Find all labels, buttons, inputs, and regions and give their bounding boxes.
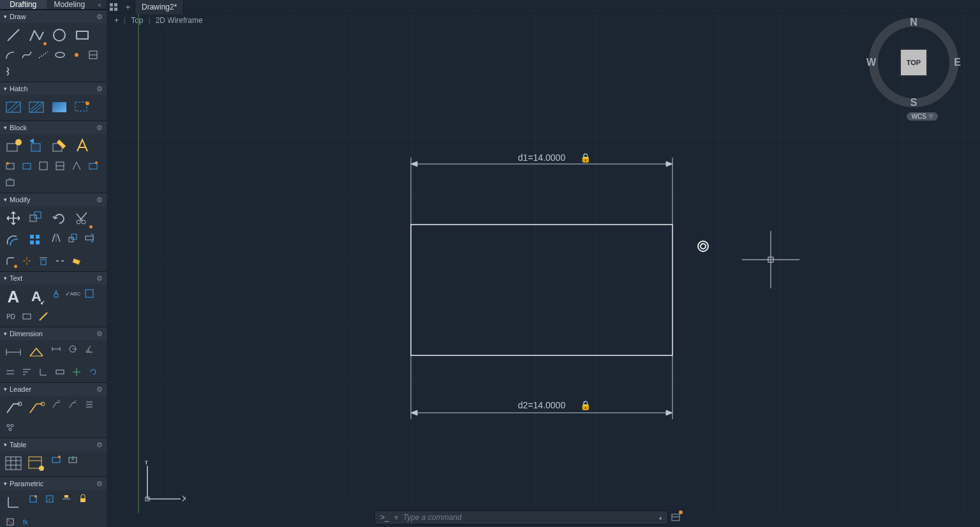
mleader-tool[interactable] <box>3 397 24 419</box>
dim-baseline-tool[interactable] <box>19 364 34 380</box>
dim-center-tool[interactable] <box>69 364 84 380</box>
spline-tool[interactable] <box>19 47 34 63</box>
ucs-icon[interactable]: Y X <box>141 461 186 508</box>
dim-update-tool[interactable] <box>85 364 101 380</box>
text-field-tool[interactable] <box>19 309 34 324</box>
section-header-text[interactable]: ▾Text⚙ <box>0 272 107 285</box>
polyline-tool[interactable] <box>26 24 47 46</box>
explode-tool[interactable] <box>19 253 34 269</box>
align-tool[interactable] <box>36 253 51 269</box>
construction-line-tool[interactable] <box>36 47 51 63</box>
command-line[interactable]: >_ ▾ ▴ <box>375 510 668 524</box>
new-drawing-icon[interactable]: ＋ <box>121 0 135 14</box>
section-header-leader[interactable]: ▾Leader⚙ <box>0 383 107 396</box>
text-check-tool[interactable]: ✓ABC <box>65 286 80 301</box>
block-tool-4[interactable] <box>52 158 68 174</box>
region-tool[interactable] <box>85 47 101 63</box>
dim-radius-tool[interactable] <box>65 341 80 357</box>
array-tool[interactable] <box>26 230 47 252</box>
dim-style-tool[interactable] <box>26 341 47 363</box>
break-tool[interactable] <box>52 253 68 269</box>
gear-icon[interactable]: ⚙ <box>96 85 103 93</box>
rectangle-tool[interactable] <box>71 24 93 46</box>
dim-continue-tool[interactable] <box>3 364 18 380</box>
constraint-lock-tool[interactable] <box>75 491 91 507</box>
drawing-area[interactable]: ＋ Drawing2* + | Top | 2D Wireframe <box>107 0 980 527</box>
offset-tool[interactable] <box>3 230 24 252</box>
move-tool[interactable] <box>3 207 24 229</box>
section-header-hatch[interactable]: ▾Hatch⚙ <box>0 82 107 95</box>
mirror-tool[interactable] <box>48 230 64 246</box>
line-tool[interactable] <box>3 24 24 46</box>
section-header-modify[interactable]: ▾Modify⚙ <box>0 193 107 206</box>
text-style-tool[interactable]: A <box>48 286 64 301</box>
leader-align-tool[interactable] <box>82 397 97 412</box>
ellipse-tool[interactable] <box>52 47 68 63</box>
block-tool-7[interactable] <box>3 175 18 190</box>
block-tool-5[interactable] <box>69 158 84 174</box>
copy-tool[interactable] <box>26 207 47 229</box>
arc-tool[interactable] <box>3 47 18 63</box>
gear-icon[interactable]: ⚙ <box>96 124 103 132</box>
mleader-style-tool[interactable] <box>26 397 47 419</box>
stretch-tool[interactable] <box>82 230 97 246</box>
constraint-auto-tool[interactable] <box>26 491 41 507</box>
customize-button[interactable] <box>669 510 683 524</box>
table-link-tool[interactable] <box>48 452 64 468</box>
viewcube-north[interactable]: N <box>910 17 917 28</box>
viewcube-east[interactable]: E <box>954 57 961 68</box>
gear-icon[interactable]: ⚙ <box>96 385 103 394</box>
gear-icon[interactable]: ⚙ <box>96 196 103 204</box>
gear-icon[interactable]: ⚙ <box>96 274 103 283</box>
hatch-tool[interactable] <box>3 96 24 118</box>
table-style-tool[interactable] <box>26 452 47 474</box>
block-tool-2[interactable] <box>19 158 34 174</box>
geom-constraint-tool[interactable] <box>3 491 24 513</box>
wipeout-tool[interactable] <box>71 96 93 118</box>
dim-aligned-tool[interactable] <box>48 341 64 357</box>
leader-remove-tool[interactable]: − <box>65 397 80 412</box>
helix-tool[interactable] <box>3 64 18 79</box>
gear-icon[interactable]: ⚙ <box>96 330 103 338</box>
circle-tool[interactable] <box>48 24 70 46</box>
document-tab[interactable]: Drawing2* <box>135 0 184 14</box>
section-header-parametric[interactable]: ▾Parametric⚙ <box>0 477 107 490</box>
erase-tool[interactable] <box>69 253 84 269</box>
gear-icon[interactable]: ⚙ <box>96 441 103 449</box>
constraint-show-tool[interactable]: ✓ <box>42 491 57 507</box>
viewcube-top-face[interactable]: TOP <box>900 48 928 77</box>
table-tool[interactable] <box>3 452 24 474</box>
fillet-tool[interactable] <box>3 253 18 269</box>
gradient-tool[interactable] <box>26 96 47 118</box>
leader-collect-tool[interactable] <box>3 420 18 435</box>
block-tool-6[interactable] <box>85 158 101 174</box>
block-tool-3[interactable] <box>36 158 51 174</box>
command-input[interactable] <box>403 513 654 522</box>
dim-angular-tool[interactable] <box>82 341 97 357</box>
palette-collapse-button[interactable]: « <box>93 0 107 9</box>
rotate-tool[interactable] <box>48 207 70 229</box>
point-tool[interactable] <box>69 47 84 63</box>
section-header-block[interactable]: ▾Block⚙ <box>0 121 107 134</box>
tab-modeling[interactable]: Modeling <box>47 0 93 9</box>
leader-add-tool[interactable]: + <box>48 397 64 412</box>
dim-constraint-tool[interactable] <box>59 491 74 507</box>
scale-tool[interactable] <box>65 230 80 246</box>
mtext-tool[interactable]: A <box>3 286 24 308</box>
section-header-draw[interactable]: ▾Draw⚙ <box>0 10 107 23</box>
text-find-tool[interactable] <box>82 286 97 301</box>
dtext-tool[interactable]: A↙ <box>26 286 47 308</box>
window-layout-icon[interactable] <box>107 0 121 14</box>
boundary-tool[interactable] <box>48 96 70 118</box>
section-header-dimension[interactable]: ▾Dimension⚙ <box>0 327 107 340</box>
text-scale-tool[interactable]: PDF <box>3 309 18 324</box>
viewcube-west[interactable]: W <box>866 57 876 68</box>
block-edit-tool[interactable] <box>48 135 70 157</box>
tab-drafting[interactable]: Drafting <box>0 0 47 9</box>
section-header-table[interactable]: ▾Table⚙ <box>0 438 107 451</box>
text-edit-tool[interactable] <box>36 309 51 324</box>
gear-icon[interactable]: ⚙ <box>96 13 103 21</box>
gear-icon[interactable]: ⚙ <box>96 480 103 488</box>
block-insert-tool[interactable] <box>26 135 47 157</box>
viewcube[interactable]: TOP N S W E <box>869 18 958 107</box>
